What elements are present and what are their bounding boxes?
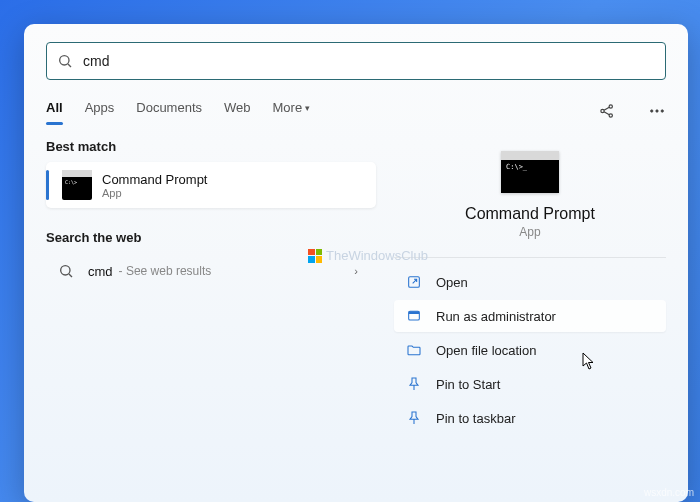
share-icon[interactable] [598, 102, 616, 120]
details-pane: Command Prompt App Open Run as administr… [394, 139, 666, 502]
svg-point-9 [661, 109, 663, 111]
folder-icon [406, 342, 422, 358]
svg-point-2 [601, 109, 604, 112]
open-location-action[interactable]: Open file location [394, 334, 666, 366]
detail-subtitle: App [394, 225, 666, 239]
search-panel: All Apps Documents Web More▾ Best match … [24, 24, 688, 502]
pin-icon [406, 376, 422, 392]
web-term: cmd [88, 264, 113, 279]
more-icon[interactable] [648, 102, 666, 120]
pin-start-action[interactable]: Pin to Start [394, 368, 666, 400]
svg-line-11 [69, 274, 72, 277]
svg-point-0 [60, 56, 69, 65]
svg-line-5 [604, 107, 609, 110]
best-match-subtitle: App [102, 187, 207, 199]
results-left: Best match Command Prompt App Search the… [46, 139, 376, 502]
open-icon [406, 274, 422, 290]
svg-point-10 [61, 266, 70, 275]
divider [394, 257, 666, 258]
search-web-heading: Search the web [46, 230, 376, 245]
detail-actions: Open Run as administrator Open file loca… [394, 266, 666, 434]
tab-documents[interactable]: Documents [136, 96, 202, 125]
svg-point-8 [656, 109, 658, 111]
admin-icon [406, 308, 422, 324]
best-match-heading: Best match [46, 139, 376, 154]
command-prompt-icon [501, 151, 559, 193]
run-as-admin-action[interactable]: Run as administrator [394, 300, 666, 332]
tab-more[interactable]: More▾ [273, 96, 311, 125]
tab-apps[interactable]: Apps [85, 96, 115, 125]
tab-all[interactable]: All [46, 96, 63, 125]
svg-line-1 [68, 64, 71, 67]
best-match-title: Command Prompt [102, 172, 207, 187]
best-match-item[interactable]: Command Prompt App [46, 162, 376, 208]
open-action[interactable]: Open [394, 266, 666, 298]
pin-taskbar-action[interactable]: Pin to taskbar [394, 402, 666, 434]
command-prompt-icon [62, 170, 92, 200]
chevron-down-icon: ▾ [305, 103, 310, 113]
source-watermark: wsxdn.com [644, 487, 694, 498]
web-result-item[interactable]: cmd - See web results › [46, 253, 376, 289]
search-input[interactable] [83, 53, 655, 69]
search-icon [58, 263, 74, 279]
tabs: All Apps Documents Web More▾ [46, 96, 666, 125]
web-hint: - See web results [119, 264, 212, 278]
search-box[interactable] [46, 42, 666, 80]
pin-icon [406, 410, 422, 426]
svg-point-4 [609, 113, 612, 116]
search-icon [57, 53, 73, 69]
detail-title: Command Prompt [394, 205, 666, 223]
svg-rect-14 [409, 311, 420, 314]
svg-point-7 [651, 109, 653, 111]
svg-line-6 [604, 111, 609, 114]
svg-point-3 [609, 104, 612, 107]
chevron-right-icon: › [354, 265, 358, 277]
tab-web[interactable]: Web [224, 96, 251, 125]
